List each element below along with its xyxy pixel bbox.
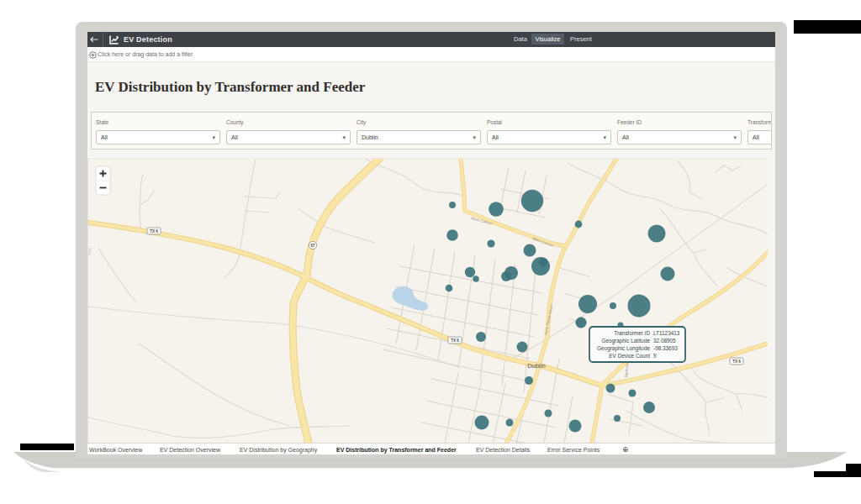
svg-text:32.08905: 32.08905 bbox=[653, 338, 676, 344]
svg-text:Texas: Texas bbox=[88, 248, 92, 255]
svg-text:TX 6: TX 6 bbox=[451, 339, 459, 343]
svg-text:TX 6: TX 6 bbox=[150, 229, 158, 234]
svg-text:Dublin: Dublin bbox=[527, 362, 545, 370]
svg-text:Transformer ID: Transformer ID bbox=[614, 330, 650, 336]
svg-text:Geographic Latitude: Geographic Latitude bbox=[601, 338, 650, 344]
svg-text:TX 6: TX 6 bbox=[732, 360, 741, 364]
svg-text:67: 67 bbox=[310, 244, 315, 248]
svg-text:LT1123413: LT1123413 bbox=[653, 330, 680, 336]
svg-text:-98.33693: -98.33693 bbox=[653, 345, 678, 351]
svg-text:Geographic Longitude: Geographic Longitude bbox=[597, 345, 650, 352]
svg-text:EV Device Count: EV Device Count bbox=[609, 353, 650, 359]
svg-text:9: 9 bbox=[653, 353, 657, 359]
svg-text:West Canton: West Canton bbox=[532, 236, 555, 248]
